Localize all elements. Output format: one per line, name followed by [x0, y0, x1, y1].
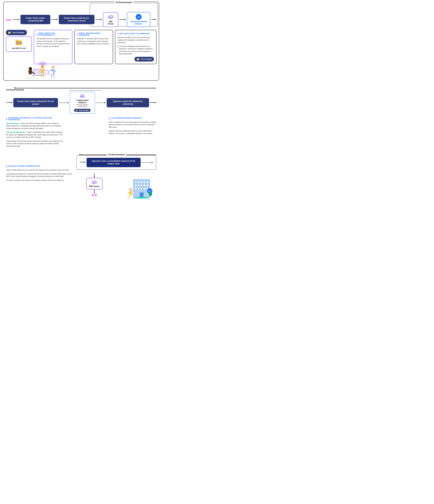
info-body-s2-new: New Submission - Today, QPs need to prep…: [6, 122, 64, 130]
arrow-s3-0: [80, 161, 86, 164]
tech-enabler-left: 📁 Tech Enabler openBIM Format: [6, 30, 32, 52]
info-icon-s2-1: ℹ: [6, 118, 7, 121]
svg-marker-11: [125, 19, 126, 20]
agencies-review-box: Agencies review the submission collectiv…: [107, 98, 149, 108]
arrow1: [13, 18, 19, 21]
info-icon-s2-2: ℹ: [109, 117, 110, 120]
svg-marker-54: [104, 102, 106, 103]
info-body-s2-amend: Amendment Submission - Today's amendment…: [6, 131, 64, 139]
svg-marker-69: [94, 192, 95, 193]
svg-marker-5: [101, 19, 102, 20]
svg-rect-92: [129, 191, 132, 195]
openbim-box: openBIM Format: [6, 36, 32, 52]
info-icon-s3: ℹ: [6, 165, 7, 168]
s3-layout: ℹ ENABLES CLEARER COMMUNICATION Today's …: [6, 155, 156, 199]
bim-viewer-box-s1: ↑↑ BIM Viewer: [103, 12, 118, 27]
svg-rect-76: [135, 184, 137, 186]
section1-to-2-connector: [6, 83, 156, 89]
arrow2: [51, 18, 58, 21]
bim-create-box: Project Team creates coordinated BIM: [20, 15, 50, 24]
cx-env-label-s2: CX Environment: [6, 89, 24, 91]
dashed-line-s3: [142, 161, 153, 164]
info-body-s2-collab2: Agencies will then collaborate within th…: [109, 130, 156, 135]
section3: ℹ ENABLES CLEARER COMMUNICATION Today's …: [6, 155, 156, 199]
cloud-icon-s2: ↑↑: [72, 94, 92, 99]
section1: CX Environment Start Project Team create…: [3, 2, 159, 81]
arrow-s2-0: [6, 101, 13, 104]
info-title-3: PRE-CHECK PRIOR TO SUBMISSION: [119, 33, 150, 35]
svg-rect-71: [135, 181, 137, 183]
cx-env-label-s3: CX Environment: [107, 153, 126, 156]
agencies-response-box: Agencies issue a consolidated response t…: [87, 158, 141, 167]
arrow5: [151, 18, 156, 21]
svg-marker-56: [155, 102, 156, 103]
cx-env-dashed-label: [69, 89, 103, 91]
building-illustration: [106, 173, 156, 199]
svg-rect-75: [146, 181, 148, 183]
cx-env-label-s1: CX Environment: [114, 1, 133, 4]
info-box-2: ℹ MODEL PREVIEW DURING SUBMISSION CORENE…: [74, 30, 113, 64]
folder-icon: 📁: [8, 31, 11, 34]
collab-platform-box: ↑↑ Collaboration Platform (for inter-age…: [70, 92, 95, 114]
svg-rect-79: [144, 184, 145, 186]
svg-marker-61: [152, 162, 153, 163]
svg-rect-72: [138, 181, 140, 183]
dashed-line-s2b: [96, 102, 106, 104]
info-body-s2-forward: Going forward, QPs will only need to sub…: [6, 140, 64, 148]
svg-rect-73: [141, 181, 143, 183]
new-submission-label: New Submission: [6, 123, 19, 124]
info-body-s3-1: Today's Written Direction and comments f…: [6, 169, 72, 171]
tech-enabler-badge-s1b: 📁 Tech Enabler: [135, 57, 154, 62]
s2-flow-area: Project Team makes submission for the pr…: [6, 92, 156, 114]
s3-info-col: ℹ ENABLES CLEARER COMMUNICATION Today's …: [6, 155, 72, 181]
col-spacer-s2: [68, 117, 105, 148]
openbim-icon: [9, 39, 29, 47]
svg-rect-21: [32, 75, 45, 76]
info-row-s2: ℹ LEVERAGING TECHNOLOGY TO EXTRACT RELEV…: [6, 117, 156, 148]
svg-point-89: [149, 192, 152, 196]
svg-line-29: [41, 73, 42, 77]
svg-rect-38: [49, 71, 53, 74]
info-boxes-row1: ℹ OPEN FORMAT FOR INTEROPERABILITY The o…: [34, 30, 156, 64]
svg-rect-80: [146, 184, 148, 186]
bim-viewer-box-s3: ↑↑ BIM Viewer: [86, 178, 102, 189]
svg-rect-86: [140, 192, 144, 197]
tech-enabler-badge-s1: 📁 Tech Enabler: [6, 30, 27, 35]
svg-rect-82: [138, 188, 140, 189]
end-label: End: [92, 193, 97, 196]
info-icon-1: ℹ: [36, 33, 37, 36]
dashed-line-s2: [59, 102, 69, 104]
cloud-icon-s3: ↑↑: [89, 180, 99, 185]
svg-line-30: [44, 73, 44, 77]
info-body-2: CORENET X will allow QPs to preview thei…: [77, 37, 110, 45]
flow-row2: Project Team makes submission for the pr…: [6, 92, 156, 114]
svg-point-23: [29, 67, 32, 70]
info-title-s2-1: LEVERAGING TECHNOLOGY TO EXTRACT RELEVAN…: [8, 117, 64, 121]
svg-rect-74: [144, 181, 145, 183]
info-title-s2-2: COLLABORATION AMONG AGENCIES: [111, 117, 142, 119]
arrow4: [119, 18, 126, 21]
svg-rect-78: [141, 184, 143, 186]
svg-rect-26: [41, 69, 44, 73]
info-col-2-s2: ℹ COLLABORATION AMONG AGENCIES Aims to t…: [109, 117, 156, 148]
info-box-3: ℹ PRE-CHECK PRIOR TO SUBMISSION improves…: [115, 30, 156, 64]
svg-line-93: [128, 192, 129, 194]
tech-enabler-s2: 📁 Tech Enabler: [74, 109, 90, 112]
svg-point-32: [52, 65, 55, 69]
svg-point-91: [129, 188, 132, 191]
info-box-1: ℹ OPEN FORMAT FOR INTEROPERABILITY The o…: [34, 30, 72, 64]
svg-line-96: [131, 195, 132, 197]
s3-bottom-row: ↑↑ BIM Viewer End: [76, 173, 156, 199]
svg-line-95: [129, 195, 130, 198]
svg-marker-59: [84, 162, 86, 163]
svg-line-94: [132, 191, 133, 192]
info-body-3b: This upfront validation will aid industr…: [119, 45, 154, 55]
page: CX Environment Start Project Team create…: [2, 0, 161, 204]
amend-label: Amendment Submission: [6, 131, 25, 133]
svg-marker-45: [11, 102, 13, 103]
flow-row1: Start Project Team creates coordinated B…: [6, 12, 156, 27]
start-label: Start: [6, 18, 11, 21]
info-col-1-s2: ℹ LEVERAGING TECHNOLOGY TO EXTRACT RELEV…: [6, 117, 64, 148]
pre-check-box: Project Team conducts pre-submission che…: [59, 15, 94, 24]
svg-marker-1: [18, 19, 19, 20]
